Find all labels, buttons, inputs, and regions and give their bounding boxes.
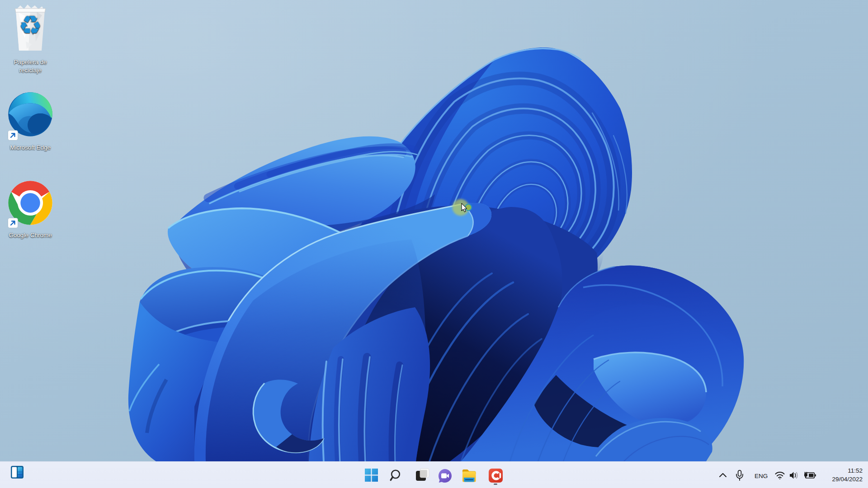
svg-text:♻: ♻ xyxy=(19,10,42,40)
svg-text:ENG: ENG xyxy=(755,473,768,479)
